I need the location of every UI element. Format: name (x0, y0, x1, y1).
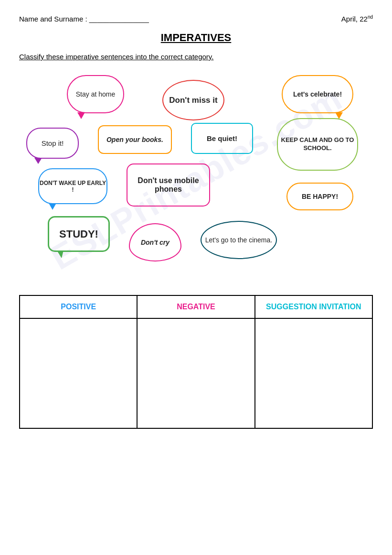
col-negative-header: NEGATIVE (137, 295, 254, 318)
bubble-dont-cry: Don't cry (129, 223, 181, 261)
bubble-keep-calm: KEEP CALM AND GO TO SCHOOL. (277, 118, 358, 171)
bubble-lets-celebrate: Let's celebrate! (282, 75, 353, 113)
page-title: IMPERATIVES (19, 32, 373, 44)
classification-table: POSITIVE NEGATIVE SUGGESTION INVITATION (19, 295, 373, 429)
bubbles-area: ESLPrintables.com Stay at home Don't mis… (19, 75, 373, 281)
bubble-lets-cinema: Let's go to the cinema. (201, 221, 277, 259)
name-label: Name and Surname : _______________ (19, 15, 149, 23)
bubble-dont-use-mobile: Don't use mobile phones (127, 163, 210, 207)
col-positive-header: POSITIVE (20, 295, 137, 318)
col-negative-cell (137, 318, 254, 428)
date-label: April, 22nd (341, 14, 373, 23)
instruction-text: Classify these imperative sentences into… (19, 53, 373, 61)
bubble-open-your-books: Open your books. (98, 125, 172, 154)
col-suggestion-cell (255, 318, 372, 428)
col-suggestion-header: SUGGESTION INVITATION (255, 295, 372, 318)
bubble-dont-miss-it: Don't miss it (162, 80, 224, 120)
bubble-be-quiet: Be quiet! (191, 123, 253, 154)
bubble-study: STUDY! (48, 216, 110, 252)
bubble-stay-at-home: Stay at home (67, 75, 124, 113)
bubble-dont-wake-up: DON'T WAKE UP EARLY ! (38, 168, 107, 204)
col-positive-cell (20, 318, 137, 428)
bubble-be-happy: BE HAPPY! (286, 183, 353, 210)
bubble-stop-it: Stop it! (26, 128, 79, 159)
